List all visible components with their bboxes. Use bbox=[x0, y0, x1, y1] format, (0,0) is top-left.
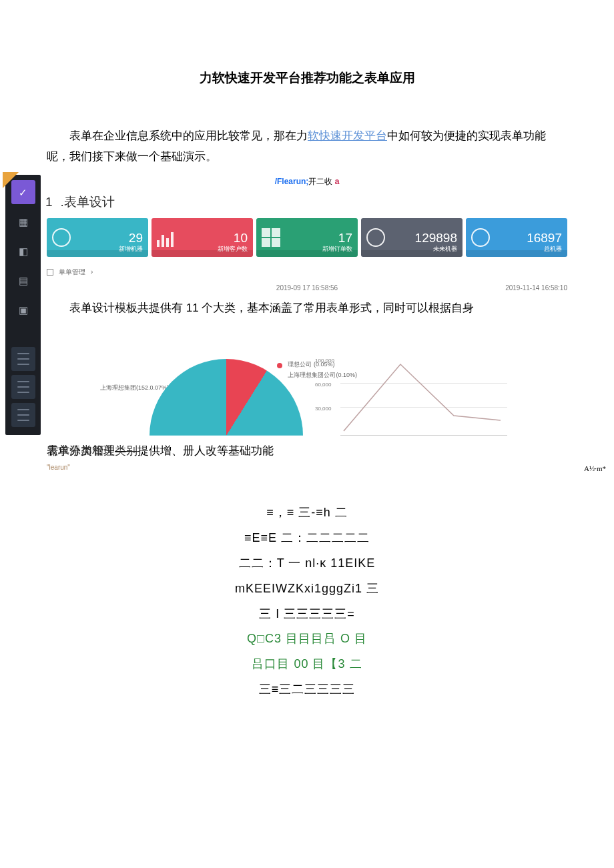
stat-card-2[interactable]: 10 新增客户数 bbox=[151, 218, 253, 257]
stat-card-5[interactable]: 16897 总机器 bbox=[466, 218, 567, 257]
stat-value: 17 bbox=[338, 232, 352, 244]
glyph-row: Q□C3 目目目吕 O 目 bbox=[200, 626, 414, 652]
overlay-small-text: "learun" bbox=[47, 462, 567, 474]
glyph-row: 吕口目 00 目【3 二 bbox=[200, 652, 414, 677]
stat-value: 129898 bbox=[415, 232, 457, 244]
glyph-row: ≡E≡E 二：二二二二二 bbox=[200, 526, 414, 551]
overlay-right-text: A½·m* bbox=[584, 462, 606, 476]
icon-glyph-grid: ≡，≡ 三-≡h 二 ≡E≡E 二：二二二二二 二二：T 一 nl·κ 11EI… bbox=[200, 500, 414, 702]
stat-card-row: 29 新增机器 10 新增客户数 17 新增订单数 129898 未来机器 bbox=[47, 218, 567, 257]
grid-icon bbox=[262, 228, 280, 247]
y-tick-30k: 30,000 bbox=[315, 404, 331, 414]
overlay-text-block: 需求添加相关类别 表单分类管理——提供增、册人改等基础功能 "learun" A… bbox=[47, 441, 567, 474]
stat-card-4[interactable]: 129898 未来机器 bbox=[361, 218, 463, 257]
overlay-gray-text: 需求添加相关类别 bbox=[47, 441, 137, 462]
section-title: .表单设计 bbox=[61, 191, 115, 213]
meta-date-1: 2019-09 17 16:58:56 bbox=[220, 282, 394, 294]
sidebar-block-c[interactable] bbox=[11, 403, 35, 427]
grid-small-icon bbox=[47, 269, 53, 276]
pie-icon bbox=[52, 228, 71, 247]
y-tick-100k: 100,000 bbox=[315, 356, 334, 366]
platform-link[interactable]: 软快速开发平台 bbox=[308, 129, 387, 142]
sidebar-block-a[interactable] bbox=[11, 347, 35, 371]
stat-value: 29 bbox=[129, 232, 143, 244]
header-text: 开二收 bbox=[308, 177, 332, 186]
charts-row: 上海理想集团(152.0.07%) 理想公司 (0.05%) 上海理想集团公司(… bbox=[47, 346, 567, 436]
globe-icon bbox=[471, 228, 490, 247]
page-title: 力软快速开发平台推荐功能之表单应用 bbox=[47, 67, 567, 89]
pie-chart: 上海理想集团(152.0.07%) 理想公司 (0.05%) 上海理想集团公司(… bbox=[140, 346, 314, 436]
pie-label-left: 上海理想集团(152.0.07%) bbox=[100, 382, 169, 393]
y-tick-60k: 60,000 bbox=[315, 380, 331, 390]
section-number: 1 bbox=[45, 191, 53, 213]
meta-date-2: 2019-11-14 16:58:10 bbox=[394, 282, 567, 294]
glyph-row: mKEEIWZKxi1gggZi1 三 bbox=[200, 576, 414, 602]
header-breadcrumb: /Flearun;开二收 a bbox=[47, 175, 567, 189]
intro-paragraph: 表单在企业信息系统中的应用比较常见，那在力软快速开发平台中如何较为便捷的实现表单… bbox=[47, 126, 567, 167]
sidebar-item-3[interactable]: ◧ bbox=[11, 239, 35, 263]
line-chart: 100,000 60,000 30,000 bbox=[340, 359, 507, 436]
glyph-row: 二二：T 一 nl·κ 11EIKE bbox=[200, 551, 414, 576]
header-brand: /Flearun; bbox=[275, 177, 309, 186]
corner-ribbon-icon bbox=[3, 172, 23, 192]
sidebar: ✓ ▦ ◧ ▤ ▣ bbox=[5, 175, 41, 435]
breadcrumb: 单单管理 › bbox=[47, 266, 567, 278]
bars-icon bbox=[157, 228, 176, 247]
sidebar-item-5[interactable]: ▣ bbox=[11, 298, 35, 322]
header-red: a bbox=[335, 177, 340, 186]
stat-card-3[interactable]: 17 新增订单数 bbox=[256, 218, 358, 257]
mid-meta-row: 2019-09 17 16:58:56 2019-11-14 16:58:10 bbox=[47, 282, 567, 294]
glyph-row: 三 I 三三三三三= bbox=[200, 602, 414, 627]
intro-text-a: 表单在企业信息系统中的应用比较常见，那在力 bbox=[69, 129, 308, 142]
dashboard-screenshot: ✓ ▦ ◧ ▤ ▣ /Flearun;开二收 a 1 .表单设计 29 新增机器 bbox=[47, 175, 567, 474]
pie-shape bbox=[149, 359, 303, 512]
stat-value: 16897 bbox=[527, 232, 562, 244]
glyph-row: 三≡三二三三三三 bbox=[200, 677, 414, 703]
stat-card-1[interactable]: 29 新增机器 bbox=[47, 218, 148, 257]
line-path bbox=[340, 359, 507, 436]
globe-icon bbox=[366, 228, 385, 247]
crumb-label: 单单管理 bbox=[59, 266, 85, 278]
glyph-row: ≡，≡ 三-≡h 二 bbox=[200, 500, 414, 526]
stat-value: 10 bbox=[234, 232, 248, 244]
sidebar-item-4[interactable]: ▤ bbox=[11, 268, 35, 292]
section-1-heading: 1 .表单设计 bbox=[45, 191, 567, 213]
paragraph-2: 表单设计模板共提供有 11 个大类，基本涵盖了常用表单形式，同时可以根据自身 bbox=[47, 298, 567, 319]
sidebar-item-2[interactable]: ▦ bbox=[11, 209, 35, 234]
sidebar-block-b[interactable] bbox=[11, 375, 35, 399]
